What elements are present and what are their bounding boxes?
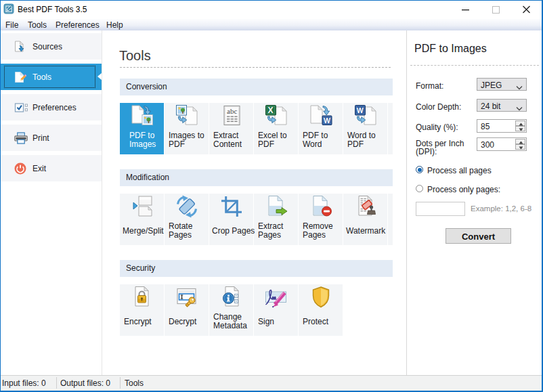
svg-text:abc: abc [227, 107, 237, 115]
svg-text:W: W [356, 106, 363, 114]
svg-text:X: X [267, 106, 273, 115]
svg-text:W: W [324, 116, 330, 125]
